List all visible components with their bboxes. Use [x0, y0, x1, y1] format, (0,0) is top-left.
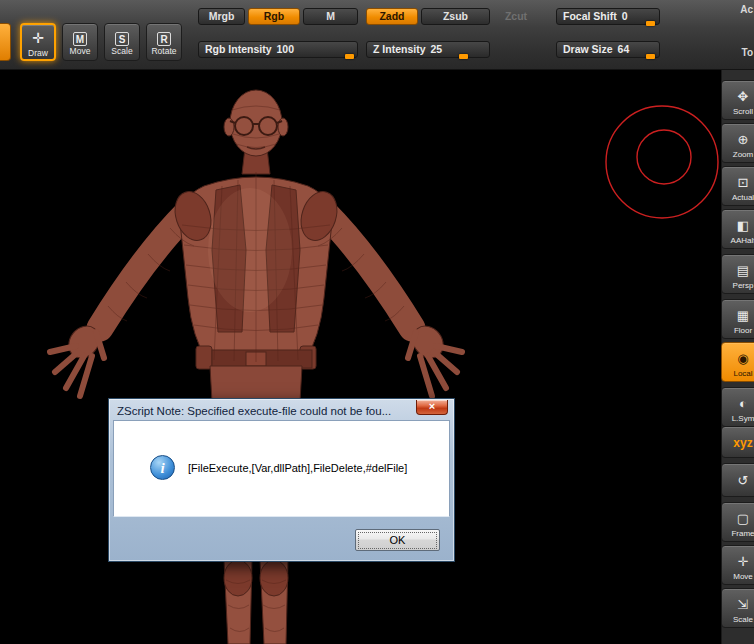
rotate-tool-button[interactable]: R Rotate — [146, 23, 182, 61]
local-pivot-icon: ◉ — [722, 348, 754, 369]
actual-label: Actual — [722, 193, 754, 202]
z-intensity-handle[interactable] — [459, 54, 468, 59]
rgb-label: Rgb — [264, 10, 284, 22]
focal-shift-handle[interactable] — [646, 21, 655, 26]
rotate-tool-label: Rotate — [147, 46, 181, 56]
sidebar-item-actual[interactable]: ⊡ Actual — [721, 166, 754, 206]
actual-size-icon: ⊡ — [722, 172, 754, 193]
zcut-label: Zcut — [505, 10, 527, 22]
zadd-label: Zadd — [379, 10, 404, 22]
focal-shift-slider[interactable]: Focal Shift0 — [556, 8, 660, 25]
mrgb-label: Mrgb — [209, 10, 235, 22]
sidebar-item-rotate-view[interactable]: ↺ — [721, 463, 754, 497]
top-shelf: ✛ Draw M Move S Scale R Rotate Mrgb Rgb … — [0, 0, 754, 70]
aahalf-label: AAHalf — [722, 236, 754, 245]
draw-size-handle[interactable] — [646, 54, 655, 59]
persp-label: Persp — [722, 281, 754, 290]
sidebar-item-zoom[interactable]: ⊕ Zoom — [721, 123, 754, 163]
zadd-button[interactable]: Zadd — [366, 8, 418, 25]
lsym-label: L.Sym — [722, 414, 754, 423]
sidebar-item-aahalf[interactable]: ◧ AAHalf — [721, 209, 754, 249]
ok-label: OK — [358, 532, 437, 549]
scale-view-icon: ⇲ — [722, 594, 754, 615]
partial-tool-button[interactable] — [0, 23, 11, 61]
scroll-label: Scroll — [722, 107, 754, 116]
sidebar-item-scale-view[interactable]: ⇲ Scale — [721, 588, 754, 628]
focal-shift-label: Focal Shift — [563, 10, 617, 22]
magnifier-icon: ⊕ — [722, 129, 754, 150]
ok-button[interactable]: OK — [355, 529, 440, 551]
draw-size-slider[interactable]: Draw Size64 — [556, 41, 660, 58]
move-tool-label: Move — [63, 46, 97, 56]
local-label: Local — [722, 369, 754, 378]
rgb-button[interactable]: Rgb — [248, 8, 300, 25]
rotate-view-icon: ↺ — [722, 470, 754, 491]
frame-icon: ▢ — [722, 508, 754, 529]
zsub-label: Zsub — [443, 10, 468, 22]
info-glyph: i — [160, 460, 164, 476]
xyz-axis-icon: xyz — [722, 430, 754, 456]
brush-cursor-circles — [606, 106, 718, 218]
scale-view-label: Scale — [722, 615, 754, 624]
perspective-icon: ▤ — [722, 260, 754, 281]
aa-half-icon: ◧ — [722, 215, 754, 236]
sidebar-item-local[interactable]: ◉ Local — [721, 342, 754, 382]
symmetry-icon: ◐ — [722, 393, 754, 414]
edge-label-top: Ac — [740, 4, 753, 15]
dialog-titlebar[interactable]: ZScript Note: Specified execute-file cou… — [113, 401, 450, 420]
frame-label: Frame — [722, 529, 754, 538]
scale-tool-icon: S — [115, 32, 129, 46]
sidebar-item-move-view[interactable]: ✛ Move — [721, 545, 754, 585]
move-tool-button[interactable]: M Move — [62, 23, 98, 61]
sidebar-item-scroll[interactable]: ✥ Scroll — [721, 80, 754, 120]
move-view-label: Move — [722, 572, 754, 581]
dialog-body: i [FileExecute,[Var,dllPath],FileDelete,… — [113, 420, 450, 517]
draw-size-label: Draw Size — [563, 43, 613, 55]
close-icon: × — [429, 400, 435, 412]
close-button[interactable]: × — [416, 400, 448, 415]
floor-label: Floor — [722, 326, 754, 335]
draw-tool-button[interactable]: ✛ Draw — [20, 23, 56, 61]
dialog-message: [FileExecute,[Var,dllPath],FileDelete,#d… — [188, 462, 407, 474]
move-tool-icon: M — [73, 32, 87, 46]
scale-tool-label: Scale — [105, 46, 139, 56]
mrgb-button[interactable]: Mrgb — [198, 8, 245, 25]
rgb-intensity-slider[interactable]: Rgb Intensity100 — [198, 41, 358, 58]
sidebar-item-lsym[interactable]: ◐ L.Sym — [721, 387, 754, 427]
draw-size-value: 64 — [618, 43, 630, 55]
z-intensity-value: 25 — [431, 43, 443, 55]
zsub-button[interactable]: Zsub — [421, 8, 490, 25]
rgb-intensity-value: 100 — [277, 43, 295, 55]
draw-crosshair-icon: ✛ — [22, 29, 54, 48]
m-label: M — [326, 10, 335, 22]
z-intensity-label: Z Intensity — [373, 43, 426, 55]
draw-tool-label: Draw — [22, 48, 54, 58]
z-intensity-slider[interactable]: Z Intensity25 — [366, 41, 490, 58]
sidebar-item-frame[interactable]: ▢ Frame — [721, 502, 754, 542]
sidebar-item-floor[interactable]: ▦ Floor — [721, 299, 754, 339]
sidebar-item-persp[interactable]: ▤ Persp — [721, 254, 754, 294]
rgb-intensity-label: Rgb Intensity — [205, 43, 272, 55]
scroll-hand-icon: ✥ — [722, 86, 754, 107]
edge-label-bottom: To — [742, 47, 753, 58]
m-button[interactable]: M — [303, 8, 358, 25]
info-icon: i — [150, 455, 175, 480]
zscript-note-dialog: ZScript Note: Specified execute-file cou… — [108, 398, 455, 562]
dialog-title: ZScript Note: Specified execute-file cou… — [113, 405, 391, 417]
floor-grid-icon: ▦ — [722, 305, 754, 326]
scale-tool-button[interactable]: S Scale — [104, 23, 140, 61]
sidebar-item-xyz[interactable]: xyz — [721, 426, 754, 458]
move-view-icon: ✛ — [722, 551, 754, 572]
zcut-button: Zcut — [493, 8, 539, 25]
rotate-tool-icon: R — [157, 32, 171, 46]
focal-shift-value: 0 — [622, 10, 628, 22]
zoom-label: Zoom — [722, 150, 754, 159]
rgb-intensity-handle[interactable] — [345, 54, 354, 59]
